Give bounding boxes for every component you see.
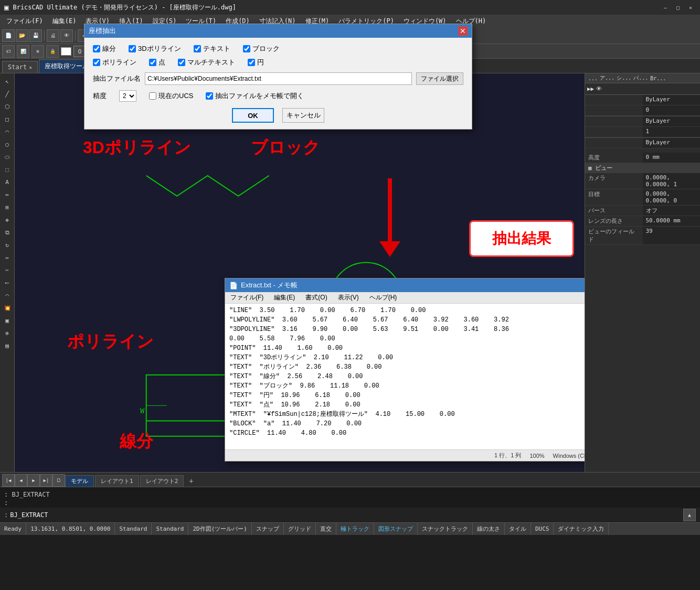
tab-start-label: Start bbox=[8, 63, 27, 71]
status-ducs[interactable]: DUCS bbox=[531, 523, 554, 535]
fillet-tool[interactable]: ⌒ bbox=[2, 289, 13, 301]
notepad-menu-help[interactable]: ヘルプ(H) bbox=[364, 292, 402, 303]
notepad-menu-view[interactable]: 表示(V) bbox=[333, 292, 364, 303]
close-button[interactable]: ✕ bbox=[685, 2, 696, 13]
tab-layout2[interactable]: レイアウト2 bbox=[140, 475, 184, 487]
notepad-line-ending: Windows (CRLF) bbox=[553, 453, 585, 459]
panel-toggle-btn[interactable]: ▶▶ bbox=[587, 85, 594, 92]
status-tile[interactable]: タイル bbox=[505, 523, 531, 535]
layer-states-btn[interactable]: 📊 bbox=[17, 45, 29, 58]
mirror-tool[interactable]: ⇔ bbox=[2, 252, 13, 263]
nav-prev-btn[interactable]: ◀ bbox=[15, 474, 27, 487]
panel-btn3[interactable]: シ... bbox=[617, 74, 631, 82]
svg-text:W: W bbox=[140, 406, 145, 415]
status-snap[interactable]: スナップ bbox=[252, 523, 284, 535]
status-ortho[interactable]: 直交 bbox=[316, 523, 336, 535]
status-dynamic[interactable]: ダイナミック入力 bbox=[554, 523, 609, 535]
notepad-menu-edit[interactable]: 編集(E) bbox=[269, 292, 300, 303]
copy-tool[interactable]: ⧉ bbox=[2, 227, 13, 238]
status-osnap[interactable]: 図形スナップ bbox=[374, 523, 418, 535]
draw-rect-tool[interactable]: □ bbox=[2, 113, 13, 125]
notepad-window[interactable]: 📄 Extract.txt - メモ帳 — □ ✕ ファイル(F) 編集(E) … bbox=[225, 278, 585, 462]
cb-poly-input[interactable] bbox=[93, 59, 100, 66]
nav-next-btn[interactable]: ▶ bbox=[27, 474, 40, 487]
notepad-menu-format[interactable]: 書式(O) bbox=[300, 292, 332, 303]
rotate-tool[interactable]: ↻ bbox=[2, 239, 13, 251]
cb-mtext-input[interactable] bbox=[178, 59, 185, 66]
tab-layout1[interactable]: レイアウト1 bbox=[95, 475, 139, 487]
tab-model[interactable]: モデル bbox=[65, 475, 94, 487]
app-icon: ▣ bbox=[4, 3, 8, 12]
extract-dialog-close-btn[interactable]: ✕ bbox=[458, 26, 468, 36]
precision-select[interactable]: 2 0 1 3 4 bbox=[119, 90, 136, 102]
notepad-text[interactable]: "LINE" 3.50 1.70 0.00 6.70 1.70 0.00 "LW… bbox=[225, 304, 585, 449]
draw-arc-tool[interactable]: ◠ bbox=[2, 126, 13, 137]
select-tool[interactable]: ↖ bbox=[2, 76, 13, 87]
save-btn[interactable]: 💾 bbox=[29, 29, 42, 42]
panel-btn2[interactable]: ア... bbox=[600, 74, 614, 82]
status-polar[interactable]: 極トラック bbox=[336, 523, 374, 535]
cb-block-input[interactable] bbox=[243, 45, 250, 52]
status-grid[interactable]: グリッド bbox=[284, 523, 316, 535]
panel-btn1[interactable]: ... bbox=[588, 76, 598, 81]
draw-circle-tool[interactable]: ○ bbox=[2, 138, 13, 150]
nav-first-btn[interactable]: |◀ bbox=[2, 474, 15, 487]
layer-tool[interactable]: ▤ bbox=[2, 340, 13, 351]
prop-bylayer2-val: ByLayer bbox=[643, 116, 701, 126]
extend-tool[interactable]: ⟵ bbox=[2, 277, 13, 288]
new-btn[interactable]: 📄 bbox=[2, 29, 15, 42]
explode-tool[interactable]: 💥 bbox=[2, 302, 13, 314]
panel-btn5[interactable]: Br... bbox=[650, 76, 666, 81]
nav-last-btn[interactable]: ▶| bbox=[40, 474, 52, 487]
3d-tool[interactable]: ▣ bbox=[2, 315, 13, 326]
maximize-button[interactable]: □ bbox=[673, 2, 683, 13]
canvas-area[interactable]: W 3Dポリライン ブロック ポリライン 線分 抽出結果 📄 Extract.t… bbox=[15, 73, 585, 472]
freeze-btn[interactable]: ❄ bbox=[31, 45, 44, 58]
cb-3dpoly-input[interactable] bbox=[129, 45, 136, 52]
cancel-button[interactable]: キャンセル bbox=[282, 108, 324, 123]
tab-start-close[interactable]: ✕ bbox=[29, 65, 32, 70]
nav-extra-btn[interactable]: 🗋 bbox=[52, 474, 65, 487]
cb-block-label: ブロック bbox=[252, 44, 280, 53]
snap-tool[interactable]: ⊕ bbox=[2, 327, 13, 339]
tab-start[interactable]: Start ✕ bbox=[2, 61, 38, 73]
panel-btn4[interactable]: パ... bbox=[633, 74, 648, 82]
dim-tool[interactable]: ↔ bbox=[2, 189, 13, 200]
hatch-tool[interactable]: ⬚ bbox=[2, 164, 13, 175]
cb-line-input[interactable] bbox=[93, 45, 100, 52]
move-tool[interactable]: ✥ bbox=[2, 214, 13, 226]
print-btn[interactable]: 🖨 bbox=[47, 29, 59, 42]
cb-open-memo-input[interactable] bbox=[206, 92, 213, 100]
cmd-scroll-btn[interactable]: ▲ bbox=[683, 509, 696, 521]
text-tool[interactable]: A bbox=[2, 176, 13, 188]
cb-text-input[interactable] bbox=[194, 45, 201, 52]
cmd-input-field[interactable] bbox=[10, 511, 683, 519]
cb-circle-input[interactable] bbox=[248, 59, 255, 66]
preview-btn[interactable]: 👁 bbox=[60, 29, 73, 42]
draw-poly-tool[interactable]: ⬡ bbox=[2, 101, 13, 112]
status-otrack[interactable]: スナックトラック bbox=[418, 523, 473, 535]
menu-edit[interactable]: 編集(E) bbox=[48, 16, 81, 27]
status-standard2: Standard bbox=[152, 523, 188, 535]
block-tool[interactable]: ⊞ bbox=[2, 201, 13, 213]
ok-button[interactable]: OK bbox=[232, 108, 274, 123]
open-btn[interactable]: 📂 bbox=[16, 29, 28, 42]
minimize-button[interactable]: — bbox=[660, 2, 671, 13]
layer-btn[interactable]: 🏷 bbox=[2, 45, 15, 58]
panel-eye-icon[interactable]: 👁 bbox=[596, 85, 602, 92]
cb-point-input[interactable] bbox=[149, 59, 156, 66]
status-lw[interactable]: 線の太さ bbox=[473, 523, 505, 535]
trim-tool[interactable]: ✂ bbox=[2, 264, 13, 276]
bottom-tabs: |◀ ◀ ▶ ▶| 🗋 モデル レイアウト1 レイアウト2 + bbox=[0, 472, 700, 487]
draw-line-tool[interactable]: ╱ bbox=[2, 88, 13, 100]
file-path-input[interactable] bbox=[145, 72, 412, 85]
file-select-btn[interactable]: ファイル選択 bbox=[416, 72, 463, 85]
cmd-line-2: : bbox=[4, 499, 696, 507]
draw-ellipse-tool[interactable]: ⬭ bbox=[2, 151, 13, 163]
cb-current-ucs-input[interactable] bbox=[149, 92, 156, 100]
cb-circle: 円 bbox=[248, 58, 264, 67]
lock-btn[interactable]: 🔒 bbox=[46, 45, 59, 58]
notepad-menu-file[interactable]: ファイル(F) bbox=[225, 292, 269, 303]
tab-add-layout[interactable]: + bbox=[185, 475, 197, 487]
menu-file[interactable]: ファイル(F) bbox=[2, 16, 47, 27]
